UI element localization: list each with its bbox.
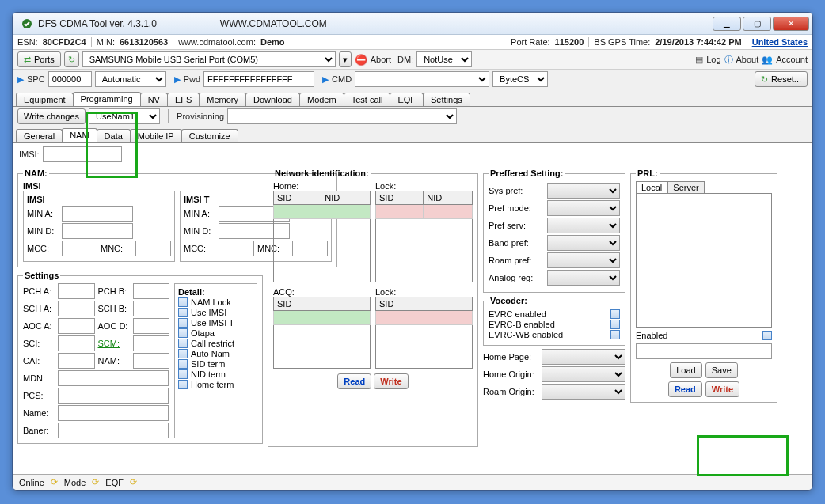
net-read-button[interactable]: Read (337, 373, 371, 389)
chk-enabled[interactable] (762, 331, 772, 340)
tab-modem[interactable]: Modem (299, 93, 344, 106)
tab-equipment[interactable]: Equipment (16, 93, 74, 106)
mina-input[interactable] (62, 206, 133, 222)
sci-input[interactable] (58, 335, 95, 351)
lock-table[interactable]: SIDNID (375, 191, 473, 282)
tab-programming[interactable]: Programming (73, 92, 141, 106)
subtab-general[interactable]: General (16, 129, 63, 142)
roampref-select[interactable] (547, 252, 620, 268)
net-write-button[interactable]: Write (374, 373, 408, 389)
country-link[interactable]: United States (747, 37, 808, 47)
chk-evrcb[interactable] (610, 320, 620, 329)
tab-memory[interactable]: Memory (199, 93, 246, 106)
subtab-nam[interactable]: NAM (62, 128, 97, 142)
write-changes-button[interactable]: Write changes (17, 108, 86, 124)
aoca-input[interactable] (58, 318, 95, 334)
reset-button[interactable]: ↻Reset... (755, 71, 808, 87)
spc-input[interactable] (48, 71, 92, 87)
dm-select[interactable]: NotUse (416, 51, 472, 67)
spc-mode-select[interactable]: Automatic (95, 71, 166, 87)
cai-input[interactable] (58, 353, 95, 369)
acq-table[interactable]: SID (273, 297, 371, 369)
pwd-input[interactable] (203, 71, 314, 87)
tab-download[interactable]: Download (245, 93, 300, 106)
chk-useimsi[interactable] (178, 308, 188, 317)
tab-testcall[interactable]: Test call (344, 93, 391, 106)
subtab-mobileip[interactable]: Mobile IP (130, 129, 182, 142)
mcc-input[interactable] (62, 241, 97, 256)
prl-write-button[interactable]: Write (705, 381, 739, 397)
namset-input[interactable] (133, 353, 170, 369)
pcha-input[interactable] (58, 283, 95, 299)
homepage-select[interactable] (542, 349, 625, 365)
prl-tab-server[interactable]: Server (667, 181, 704, 193)
chk-nidterm[interactable] (178, 369, 188, 379)
prefserv-select[interactable] (547, 218, 620, 233)
provisioning-select[interactable] (227, 108, 457, 124)
chk-useimsit[interactable] (178, 318, 188, 328)
prefmode-select[interactable] (547, 200, 620, 216)
chk-namlock[interactable] (178, 297, 188, 307)
chk-sidterm[interactable] (178, 359, 188, 369)
port-select[interactable]: SAMSUNG Mobile USB Serial Port (COM5) (82, 51, 336, 67)
prl-tab-local[interactable]: Local (636, 181, 667, 193)
pcs-input[interactable] (58, 388, 169, 404)
chk-evrcwb[interactable] (610, 330, 620, 339)
roamorigin-select[interactable] (542, 384, 625, 400)
chk-callrestrict[interactable] (178, 339, 188, 348)
prl-listbox[interactable] (636, 193, 772, 328)
port-dropdown-extra[interactable]: ▾ (339, 51, 352, 67)
mnc-input[interactable] (135, 241, 171, 256)
imsi-input[interactable] (43, 146, 122, 162)
cmd-select[interactable] (355, 71, 489, 87)
log-btn[interactable]: Log (706, 55, 720, 64)
tab-nv[interactable]: NV (140, 93, 168, 106)
prl-read-button[interactable]: Read (668, 381, 702, 397)
name-input[interactable] (58, 405, 169, 421)
minimize-button[interactable]: ▁ (713, 17, 741, 31)
subtab-data[interactable]: Data (97, 129, 131, 142)
chk-hometerm[interactable] (178, 380, 188, 389)
chk-autonam[interactable] (178, 349, 188, 358)
baner-input[interactable] (58, 423, 169, 438)
pchb-input[interactable] (133, 283, 170, 299)
scha-input[interactable] (58, 301, 95, 316)
scm-input[interactable] (133, 335, 170, 351)
cmd-play-icon[interactable]: ▶ (322, 74, 329, 85)
pwd-play-icon[interactable]: ▶ (174, 74, 181, 85)
byte-select[interactable]: ByteCS (492, 71, 548, 87)
chk-evrc[interactable] (610, 309, 620, 319)
scm-link[interactable]: SCM: (98, 339, 130, 348)
ports-button[interactable]: ⇄Ports (17, 51, 61, 67)
min-value: 6613120563 (120, 37, 168, 47)
tab-eqf[interactable]: EQF (390, 93, 424, 106)
account-btn[interactable]: Account (776, 55, 808, 64)
enabled-input[interactable] (636, 343, 772, 359)
usenam-select[interactable]: UseNam1 (89, 108, 160, 124)
subtab-customize[interactable]: Customize (181, 129, 238, 142)
chk-otapa[interactable] (178, 328, 188, 338)
content-area: NAM: IMSI IMSI MIN A: MIN D: MCC:MNC: IM… (13, 165, 812, 450)
mdn-input[interactable] (58, 370, 169, 386)
portrate-value: 115200 (555, 37, 584, 47)
close-button[interactable]: ✕ (773, 17, 809, 31)
aocd-input[interactable] (133, 318, 170, 334)
homeorigin-select[interactable] (542, 366, 625, 382)
bandpref-select[interactable] (547, 235, 620, 251)
mcc-t-input[interactable] (219, 241, 254, 256)
tab-settings[interactable]: Settings (423, 93, 470, 106)
prl-load-button[interactable]: Load (670, 362, 701, 378)
mind-input[interactable] (62, 223, 133, 239)
spc-play-icon[interactable]: ▶ (17, 74, 24, 85)
refresh-port-button[interactable]: ↻ (64, 51, 79, 67)
prl-save-button[interactable]: Save (705, 362, 738, 378)
lock2-table[interactable]: SID (375, 297, 473, 369)
schb-input[interactable] (133, 301, 170, 316)
tab-efs[interactable]: EFS (167, 93, 200, 106)
home-table[interactable]: SIDNID (273, 191, 371, 282)
syspref-select[interactable] (547, 183, 620, 199)
maximize-button[interactable]: ▢ (743, 17, 771, 31)
analogreg-select[interactable] (547, 270, 620, 286)
about-btn[interactable]: About (736, 55, 759, 64)
abort-label[interactable]: Abort (371, 55, 391, 64)
